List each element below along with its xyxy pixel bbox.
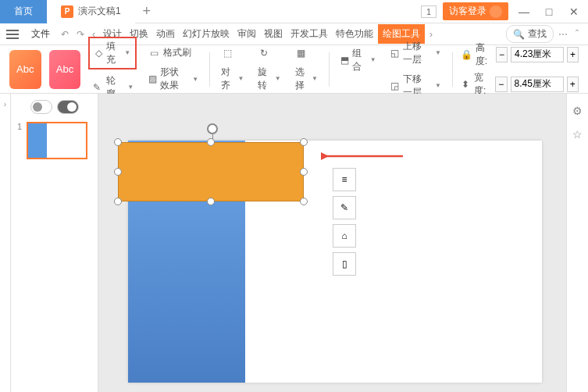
group-button[interactable]: ⬒组合▼ — [337, 45, 380, 75]
file-menu[interactable]: 文件 — [25, 27, 56, 41]
login-label: 访客登录 — [449, 5, 486, 18]
align-label-button[interactable]: 对齐▼ — [218, 64, 247, 94]
resize-handle-se[interactable] — [300, 198, 308, 205]
layers-icon: ≡ — [341, 174, 347, 185]
dropdown-icon: ▼ — [192, 76, 198, 83]
float-layers-button[interactable]: ≡ — [333, 168, 356, 191]
rotation-handle[interactable] — [207, 123, 218, 134]
minimize-button[interactable]: — — [515, 5, 533, 18]
group-label: 组合 — [352, 47, 365, 73]
resize-handle-w[interactable] — [114, 168, 122, 176]
menu-more-icon[interactable]: ⋯ — [555, 29, 571, 40]
align-button[interactable]: ⬚ — [218, 45, 247, 61]
dropdown-icon: ▼ — [124, 49, 130, 56]
shape-effect-label: 形状效果 — [160, 66, 187, 92]
height-increase-button[interactable]: + — [567, 47, 579, 62]
separator — [452, 52, 453, 87]
resize-handle-sw[interactable] — [114, 198, 122, 205]
height-input[interactable] — [511, 47, 564, 62]
layer-up-icon: ◱ — [390, 47, 400, 59]
effect-icon: ▨ — [148, 73, 157, 85]
float-home-button[interactable]: ⌂ — [333, 224, 356, 248]
search-icon: 🔍 — [513, 29, 525, 40]
rotate-label: 旋转 — [258, 66, 269, 92]
pencil-icon: ✎ — [340, 202, 348, 213]
shape-style-1[interactable]: Abc — [9, 50, 41, 89]
resize-handle-n[interactable] — [207, 138, 215, 146]
right-sidebar: ⚙ ☆ — [566, 94, 588, 392]
settings-icon[interactable]: ⚙ — [572, 105, 583, 117]
float-page-button[interactable]: ▯ — [333, 252, 356, 276]
resize-handle-s[interactable] — [207, 198, 215, 205]
rotate-label-button[interactable]: 旋转▼ — [255, 64, 283, 94]
view-switcher — [17, 100, 91, 114]
select-label: 选择 — [295, 66, 307, 92]
dropdown-icon: ▼ — [370, 56, 376, 63]
float-edit-button[interactable]: ✎ — [333, 196, 356, 219]
selected-orange-shape[interactable] — [118, 142, 304, 201]
avatar-icon — [490, 5, 502, 18]
left-strip: › — [0, 94, 11, 392]
dropdown-icon: ▼ — [237, 75, 244, 82]
height-label: 高度: — [476, 41, 493, 68]
rotate-button[interactable]: ↻ — [255, 45, 283, 61]
resize-handle-ne[interactable] — [300, 138, 308, 146]
width-increase-button[interactable]: + — [567, 77, 579, 92]
presentation-icon: P — [61, 5, 73, 18]
tab-home-label: 首页 — [14, 5, 33, 18]
dropdown-icon: ▼ — [435, 82, 441, 89]
home-icon: ⌂ — [341, 230, 347, 241]
slide-thumbnail[interactable]: 1 — [17, 122, 91, 159]
tab-home[interactable]: 首页 — [0, 0, 47, 23]
outline-view-toggle[interactable] — [30, 100, 52, 114]
width-decrease-button[interactable]: − — [495, 77, 507, 92]
new-tab-button[interactable]: + — [135, 3, 159, 20]
resize-handle-e[interactable] — [300, 168, 308, 176]
window-counter[interactable]: 1 — [421, 5, 437, 18]
fill-button[interactable]: ◇填充▼ — [88, 37, 137, 69]
select-label-button[interactable]: 选择▼ — [292, 64, 321, 94]
format-brush-button[interactable]: ▭格式刷 — [144, 45, 201, 61]
height-decrease-button[interactable]: − — [496, 47, 508, 62]
title-bar: 首页 P 演示文稿1 + 1 访客登录 — □ ✕ — [0, 0, 588, 23]
menu-slideshow[interactable]: 幻灯片放映 — [180, 24, 233, 44]
dimension-icon[interactable]: ⬍ — [461, 78, 471, 91]
menu-view[interactable]: 视图 — [261, 24, 286, 44]
login-button[interactable]: 访客登录 — [443, 2, 508, 20]
menu-features[interactable]: 特色功能 — [333, 24, 376, 44]
slide-canvas[interactable]: ≡ ✎ ⌂ ▯ — [98, 94, 566, 392]
dropdown-icon: ▼ — [275, 75, 281, 82]
menu-animation[interactable]: 动画 — [153, 24, 178, 44]
pen-icon: ✎ — [91, 81, 102, 94]
floating-toolbar: ≡ ✎ ⌂ ▯ — [333, 168, 356, 276]
close-button[interactable]: ✕ — [565, 5, 583, 18]
tab-document[interactable]: P 演示文稿1 — [47, 0, 135, 23]
star-icon[interactable]: ☆ — [572, 128, 583, 141]
shape-style-2[interactable]: Abc — [49, 50, 81, 89]
undo-icon[interactable]: ↶ — [58, 29, 72, 40]
menu-collapse-icon[interactable]: ˆ — [572, 29, 582, 40]
group-icon: ⬒ — [340, 54, 349, 66]
menu-devtools[interactable]: 开发工具 — [287, 24, 331, 44]
slide-view-toggle[interactable] — [57, 100, 79, 114]
bucket-icon: ◇ — [94, 47, 103, 59]
bring-forward-button[interactable]: ◱上移一层▼ — [387, 38, 444, 68]
menu-review[interactable]: 审阅 — [234, 24, 259, 44]
hamburger-icon[interactable] — [6, 30, 19, 39]
maximize-button[interactable]: □ — [540, 5, 558, 18]
shape-effect-button[interactable]: ▨形状效果▼ — [144, 64, 201, 94]
tab-document-label: 演示文稿1 — [78, 5, 121, 18]
select-icon: ▦ — [295, 47, 308, 59]
redo-icon[interactable]: ↷ — [73, 29, 87, 40]
chevron-icon[interactable]: › — [4, 100, 6, 109]
select-button[interactable]: ▦ — [292, 45, 321, 61]
lock-icon[interactable]: 🔒 — [461, 48, 472, 61]
workspace: › 1 ≡ ✎ ⌂ ▯ ⚙ ☆ — [0, 94, 588, 392]
brush-icon: ▭ — [148, 47, 160, 59]
fill-label: 填充 — [106, 40, 119, 66]
rotate-icon: ↻ — [258, 47, 270, 59]
width-input[interactable] — [511, 77, 564, 92]
up-layer-label: 上移一层 — [403, 40, 430, 66]
resize-handle-nw[interactable] — [114, 138, 122, 146]
dropdown-icon: ▼ — [435, 49, 441, 56]
